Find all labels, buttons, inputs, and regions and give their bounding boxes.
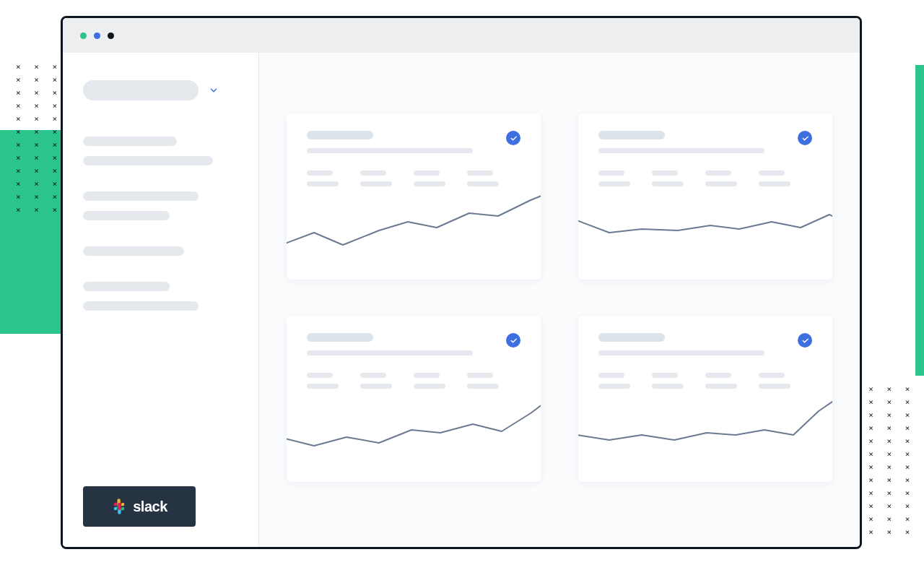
card-stat [705,171,737,186]
browser-window: slack [61,16,862,549]
sparkline-chart [287,193,541,258]
card-title [598,131,665,139]
sidebar-nav-group [83,246,238,256]
sparkline-chart [578,395,832,460]
card-stats-row [307,171,520,186]
card-title [598,333,665,342]
sparkline-chart [578,193,832,258]
slack-button-label: slack [133,499,167,515]
metric-card[interactable] [578,316,832,482]
card-title [307,333,373,342]
card-stat [360,373,392,389]
traffic-light-dark[interactable] [108,33,114,39]
card-stats-row [598,171,812,186]
slack-integration-button[interactable]: slack [83,486,196,527]
sidebar: slack [63,53,259,547]
card-stats-row [307,373,520,389]
metric-card[interactable] [578,113,832,280]
traffic-light-green[interactable] [80,33,87,39]
sidebar-dropdown[interactable] [83,80,238,100]
sidebar-nav-group [83,282,238,311]
sidebar-nav-item[interactable] [83,211,170,220]
decorative-green-bar [915,65,924,376]
card-stat [652,373,684,389]
card-stat [598,373,630,389]
sidebar-nav-item[interactable] [83,156,213,165]
sidebar-nav-item[interactable] [83,246,184,256]
card-stat [467,373,499,389]
sidebar-nav-item[interactable] [83,137,177,146]
metric-card[interactable] [287,113,541,280]
card-stat [759,171,790,186]
chevron-down-icon [209,85,219,95]
card-title [307,131,373,139]
card-stat [414,171,445,186]
sidebar-dropdown-label [83,80,199,100]
card-subtitle [598,350,764,355]
check-badge-icon [506,131,520,145]
traffic-light-blue[interactable] [94,33,100,39]
card-stat [705,373,737,389]
card-stat [307,373,339,389]
card-stat [360,171,392,186]
card-stat [414,373,445,389]
card-stat [307,171,339,186]
app-body: slack [63,53,860,547]
metric-card[interactable] [287,316,541,482]
card-stat [467,171,499,186]
card-stat [759,373,790,389]
sidebar-nav-group [83,191,238,220]
sidebar-nav-item[interactable] [83,191,199,201]
slack-icon [111,499,127,514]
card-subtitle [598,148,764,153]
card-stat [652,171,684,186]
card-stats-row [598,373,812,389]
card-subtitle [307,350,473,355]
sidebar-nav-group [83,137,238,165]
card-grid [287,113,832,482]
check-badge-icon [506,333,520,348]
check-badge-icon [798,131,812,145]
sidebar-nav-item[interactable] [83,282,170,291]
sidebar-nav-item[interactable] [83,301,199,311]
sparkline-chart [287,395,541,460]
browser-title-bar [63,18,860,53]
card-stat [598,171,630,186]
main-content [259,53,860,547]
card-subtitle [307,148,473,153]
check-badge-icon [798,333,812,348]
